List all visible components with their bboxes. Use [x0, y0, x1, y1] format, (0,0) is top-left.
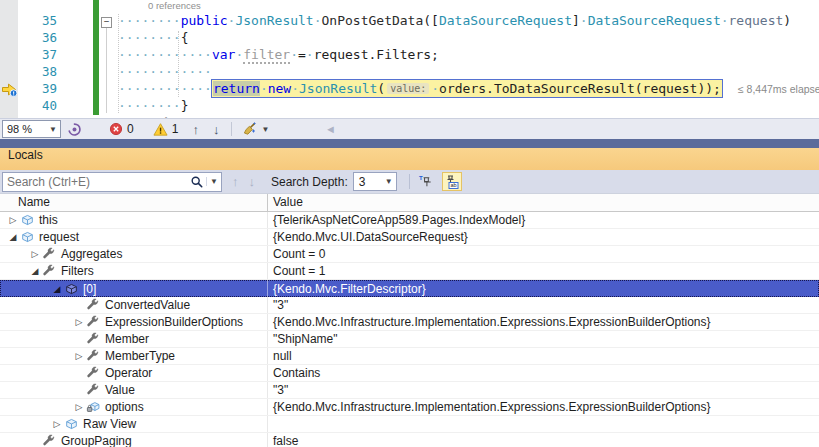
warnings-icon[interactable]: [152, 120, 170, 138]
variable-name: this: [37, 213, 58, 227]
tree-name-cell: ConvertedValue: [0, 297, 268, 313]
variable-value: "3": [268, 297, 819, 313]
error-count[interactable]: 0: [127, 122, 134, 136]
column-header-value[interactable]: Value: [268, 194, 819, 211]
search-input[interactable]: [3, 174, 188, 190]
code-line-36[interactable]: 36········{: [0, 30, 819, 47]
variable-name: Value: [103, 383, 135, 397]
code-line-39[interactable]: 39············return·new·JsonResult(valu…: [0, 81, 819, 98]
expander-collapsed-icon[interactable]: ▷: [28, 249, 42, 259]
variable-value: false: [268, 433, 819, 447]
code-editor[interactable]: − 0 references35········public·JsonResul…: [0, 0, 819, 118]
expander-collapsed-icon[interactable]: ▷: [72, 402, 86, 412]
tree-row[interactable]: ▷options{Kendo.Mvc.Infrastructure.Implem…: [0, 399, 819, 416]
chevron-down-icon[interactable]: ▼: [258, 125, 272, 134]
live-share-icon[interactable]: [65, 120, 83, 138]
splitter-band[interactable]: [0, 139, 819, 148]
code-text: ············: [118, 64, 819, 81]
pin-to-source-button[interactable]: T: [416, 172, 436, 191]
zoom-level-combo[interactable]: 98 % ▼: [2, 120, 61, 138]
expander-collapsed-icon[interactable]: ▷: [50, 419, 64, 429]
tree-row[interactable]: Member"ShipName": [0, 331, 819, 348]
variable-value: {Kendo.Mvc.UI.DataSourceRequest}: [268, 229, 819, 245]
search-box[interactable]: ▼: [2, 172, 222, 192]
code-token: ·: [580, 13, 588, 28]
locals-window-title[interactable]: Locals: [0, 148, 819, 170]
code-line-35[interactable]: 35········public·JsonResult·OnPostGetDat…: [0, 13, 819, 30]
next-issue-arrow-icon[interactable]: ↓: [213, 122, 220, 137]
code-cleanup-broom-icon[interactable]: [240, 120, 258, 138]
tree-row[interactable]: Value"3": [0, 382, 819, 399]
expander-expanded-icon[interactable]: ◢: [50, 284, 64, 294]
expander-collapsed-icon[interactable]: ▷: [72, 317, 86, 327]
code-token: Filters: [376, 47, 431, 62]
code-token: ········: [118, 30, 181, 45]
chevron-down-icon[interactable]: ▼: [382, 177, 396, 186]
search-icon[interactable]: [188, 173, 206, 191]
search-up-arrow-icon[interactable]: ↑: [232, 174, 239, 189]
expander-expanded-icon[interactable]: ◢: [6, 232, 20, 242]
tree-row[interactable]: ▷Raw View: [0, 416, 819, 433]
code-token: ············: [118, 64, 212, 79]
search-depth-combo[interactable]: 3 ▼: [353, 172, 397, 191]
column-header-name[interactable]: Name: [0, 194, 268, 211]
tree-name-cell: ◢request: [0, 229, 268, 245]
collapse-region-toggle[interactable]: −: [101, 17, 112, 28]
code-token: value:: [387, 83, 429, 94]
tree-row[interactable]: ▷ExpressionBuilderOptions{Kendo.Mvc.Infr…: [0, 314, 819, 331]
property-icon: [86, 298, 103, 312]
search-down-arrow-icon[interactable]: ↓: [249, 174, 256, 189]
tree-row[interactable]: ◢FiltersCount = 1: [0, 263, 819, 280]
tree-row[interactable]: GroupPagingfalse: [0, 433, 819, 447]
chevron-down-icon[interactable]: ▼: [206, 177, 221, 186]
scrollbar-left-arrow-icon[interactable]: ◄: [325, 123, 336, 135]
search-depth-value: 3: [354, 175, 382, 189]
code-token: ;: [431, 47, 439, 62]
variable-name: Operator: [103, 366, 152, 380]
variable-value: {Kendo.Mvc.Infrastructure.Implementation…: [268, 314, 819, 330]
variable-value: Count = 1: [268, 263, 819, 279]
object-icon: [64, 282, 81, 296]
current-statement-arrow-icon[interactable]: [1, 82, 18, 97]
tree-row[interactable]: ▷MemberTypenull: [0, 348, 819, 365]
code-token: JsonResult: [299, 81, 377, 96]
tree-row[interactable]: ◢request{Kendo.Mvc.UI.DataSourceRequest}: [0, 229, 819, 246]
code-token: .: [486, 81, 494, 96]
breakpoint-margin[interactable]: [0, 0, 18, 118]
tree-row[interactable]: ConvertedValue"3": [0, 297, 819, 314]
codelens-references[interactable]: 0 references: [0, 0, 819, 13]
code-token: ToDataSourceResult: [494, 81, 635, 96]
tree-row[interactable]: ▷this{TelerikAspNetCoreApp589.Pages.Inde…: [0, 212, 819, 229]
code-token: filter: [243, 47, 290, 64]
code-line-40[interactable]: 40········}: [0, 98, 819, 115]
previous-issue-arrow-icon[interactable]: ↑: [192, 122, 199, 137]
chevron-down-icon[interactable]: ▼: [46, 125, 60, 134]
code-text: ············return·new·JsonResult(value:…: [118, 81, 819, 98]
code-token: public: [181, 13, 228, 28]
code-token: (: [377, 81, 385, 96]
code-token: ([: [423, 13, 439, 28]
object-icon: [20, 230, 37, 244]
errors-icon[interactable]: [107, 120, 125, 138]
property-icon: [86, 332, 103, 346]
variable-name: MemberType: [103, 349, 175, 363]
variable-value: {TelerikAspNetCoreApp589.Pages.IndexMode…: [268, 212, 819, 228]
editor-bottom-toolbar: 98 % ▼ 0 1 ↑ ↓: [0, 118, 819, 139]
expander-collapsed-icon[interactable]: ▷: [72, 351, 86, 361]
variable-name: Raw View: [81, 417, 136, 431]
expander-collapsed-icon[interactable]: ▷: [6, 215, 20, 225]
property-icon: [86, 349, 103, 363]
perf-tip[interactable]: ≤ 8,447ms elapsed: [738, 83, 819, 95]
show-pinnable-properties-button[interactable]: ab: [442, 172, 462, 191]
variable-name: [0]: [81, 282, 96, 296]
property-icon: [86, 315, 103, 329]
tree-row[interactable]: ▷AggregatesCount = 0: [0, 246, 819, 263]
tree-row[interactable]: OperatorContains: [0, 365, 819, 382]
code-line-38[interactable]: 38············: [0, 64, 819, 81]
warning-count[interactable]: 1: [172, 122, 179, 136]
expander-expanded-icon[interactable]: ◢: [28, 266, 42, 276]
tree-row[interactable]: ◢[0]{Kendo.Mvc.FilterDescriptor}: [0, 280, 819, 297]
variable-value: Contains: [268, 365, 819, 381]
code-token: var: [212, 47, 235, 62]
code-line-37[interactable]: 37············var·filter·=·request.Filte…: [0, 47, 819, 64]
